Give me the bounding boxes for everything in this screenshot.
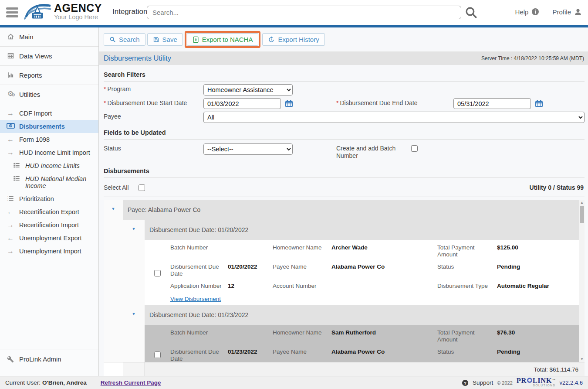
field-label: Batch Number	[170, 244, 228, 263]
field-label: Disbursement Type	[437, 283, 497, 295]
due-start-date-input[interactable]	[203, 98, 281, 109]
app-version: v22.2.4.6	[560, 379, 583, 386]
field-value: Alabama Power Co	[331, 263, 437, 283]
row-select-checkbox[interactable]	[154, 351, 161, 358]
search-button[interactable]: Search	[104, 33, 145, 46]
table-icon	[6, 52, 15, 59]
field-label: Disbursement Due Date	[170, 348, 228, 362]
prolink-logo: PRLINK™ SOLUTIONS	[517, 378, 556, 388]
sidebar-item-hud-income-limits[interactable]: HUD Income Limits	[0, 159, 98, 172]
payee-select[interactable]: All	[203, 112, 585, 123]
sidebar-item-unemployment-import[interactable]: → Unemployment Import	[0, 245, 98, 258]
field-label: Homeowner Name	[273, 329, 331, 348]
required-asterisk: *	[336, 99, 338, 106]
collapse-icon[interactable]: ▼	[132, 227, 136, 240]
select-all-checkbox[interactable]	[139, 184, 145, 191]
row-select-checkbox[interactable]	[154, 270, 161, 276]
field-value: Alabama Power Co	[331, 348, 437, 362]
sidebar-item-main[interactable]: Main	[0, 27, 98, 47]
profile-link[interactable]: Profile	[552, 8, 582, 16]
grid-scrollbar[interactable]: ▲ ▼	[579, 200, 585, 362]
section-fields-to-update: Fields to be Updated	[104, 123, 585, 140]
due-start-label: *Disbursement Due Start Date	[104, 98, 203, 107]
agency-logo: AGENCY Your Logo Here	[24, 2, 102, 21]
sidebar-item-data-views[interactable]: Data Views	[0, 47, 98, 66]
due-end-label: *Disbursement Due End Date	[336, 98, 453, 107]
sidebar-item-cdf-import[interactable]: → CDF Import	[0, 107, 98, 120]
logo-title: AGENCY	[54, 3, 102, 14]
scrollbar-thumb[interactable]	[580, 206, 584, 223]
field-label: Account Number	[273, 283, 331, 295]
program-select[interactable]: Homeowner Assistance	[203, 84, 293, 96]
section-disbursements: Disbursements	[104, 161, 585, 178]
status-bar: Current User: O'Brien, Andrea Refresh Cu…	[0, 376, 588, 389]
search-icon	[109, 36, 116, 43]
due-end-date-input[interactable]	[453, 98, 531, 109]
sidebar-item-prioritization[interactable]: 123 Prioritization	[0, 192, 98, 205]
collapse-icon[interactable]: ▼	[112, 207, 115, 220]
logo-subtitle: Your Logo Here	[54, 14, 102, 21]
sidebar-item-prolink-admin[interactable]: ProLink Admin	[0, 349, 98, 369]
disbursement-row: Batch Number Homeowner Name Archer Wade …	[104, 240, 579, 305]
sidebar-item-unemployment-export[interactable]: ← Unemployment Export	[0, 232, 98, 245]
export-nacha-highlight-box: x̄ Export to NACHA	[185, 31, 261, 48]
wrench-icon	[6, 356, 15, 363]
sidebar-item-recertification-import[interactable]: → Recertification Import	[0, 218, 98, 232]
arrow-right-icon: →	[6, 110, 15, 116]
info-icon	[531, 8, 539, 16]
payee-group-header: ▼ Payee: Alabama Power Co	[104, 200, 579, 220]
toolbar: Search Save x̄ Export to NACHA Export Hi…	[99, 27, 588, 51]
search-input[interactable]	[147, 6, 461, 19]
search-icon[interactable]	[464, 6, 478, 20]
program-label: *Program	[104, 84, 203, 93]
field-value: Archer Wade	[331, 244, 437, 263]
top-header: AGENCY Your Logo Here Integration Site H…	[0, 0, 588, 25]
calendar-icon[interactable]	[285, 100, 293, 107]
sidebar-item-recertification-export[interactable]: ← Recertification Export	[0, 205, 98, 218]
sidebar-item-disbursements[interactable]: 0 Disbursements	[0, 120, 98, 133]
refresh-current-page-link[interactable]: Refresh Current Page	[101, 379, 161, 386]
batch-number-checkbox[interactable]	[411, 145, 418, 152]
sidebar-item-form-1098[interactable]: ← Form 1098	[0, 133, 98, 146]
page-content: Search Filters *Program Homeowner Assist…	[99, 65, 588, 376]
due-date-group-header: ▼ Disbursement Due Date: 01/23/2022	[104, 305, 579, 325]
sidebar-item-utilities[interactable]: ⚙⚙ Utilities	[0, 85, 98, 104]
select-all-label: Select All	[104, 184, 129, 191]
export-history-button[interactable]: Export History	[262, 33, 324, 46]
menu-icon[interactable]	[6, 7, 18, 17]
field-value	[228, 329, 273, 348]
field-label: Status	[437, 263, 497, 283]
field-value: Automatic Regular	[497, 283, 554, 295]
scroll-up-icon[interactable]: ▲	[579, 201, 585, 205]
help-link[interactable]: Help	[515, 8, 540, 16]
field-value: $76.30	[497, 329, 554, 348]
field-value	[228, 244, 273, 263]
arrow-right-icon: →	[6, 149, 15, 156]
bar-chart-icon	[6, 72, 15, 78]
list-icon	[12, 162, 21, 168]
home-icon	[6, 33, 15, 40]
export-file-icon: x̄	[193, 36, 199, 43]
calendar-icon[interactable]	[535, 100, 543, 107]
user-icon	[574, 8, 582, 16]
field-label: Total Payment Amount	[437, 329, 497, 348]
field-label: Status	[437, 348, 497, 362]
gears-icon: ⚙⚙	[6, 91, 15, 97]
sidebar-item-hud-income-limit-import[interactable]: → HUD Income Limit Import	[0, 146, 98, 159]
collapse-icon[interactable]: ▼	[132, 312, 136, 325]
field-label: Homeowner Name	[273, 244, 331, 263]
sidebar-item-hud-national-median-income[interactable]: HUD National Median Income	[0, 172, 98, 192]
status-select[interactable]: --Select--	[203, 143, 293, 155]
support-link[interactable]: Support	[473, 379, 493, 386]
arrow-right-icon: →	[6, 248, 15, 254]
field-label: Application Number	[170, 283, 228, 295]
field-label: Disbursement Due Date	[170, 263, 228, 283]
grid-footer: Total: $61,114.76	[104, 362, 585, 376]
export-to-nacha-button[interactable]: x̄ Export to NACHA	[187, 33, 259, 46]
save-button[interactable]: Save	[147, 33, 183, 46]
question-circle-icon[interactable]: ?	[462, 379, 469, 386]
view-disbursement-link[interactable]: View Disbursement	[170, 295, 554, 302]
sidebar-item-reports[interactable]: Reports	[0, 66, 98, 85]
field-label: Payee Name	[273, 263, 331, 283]
scroll-down-icon[interactable]: ▼	[579, 357, 585, 361]
